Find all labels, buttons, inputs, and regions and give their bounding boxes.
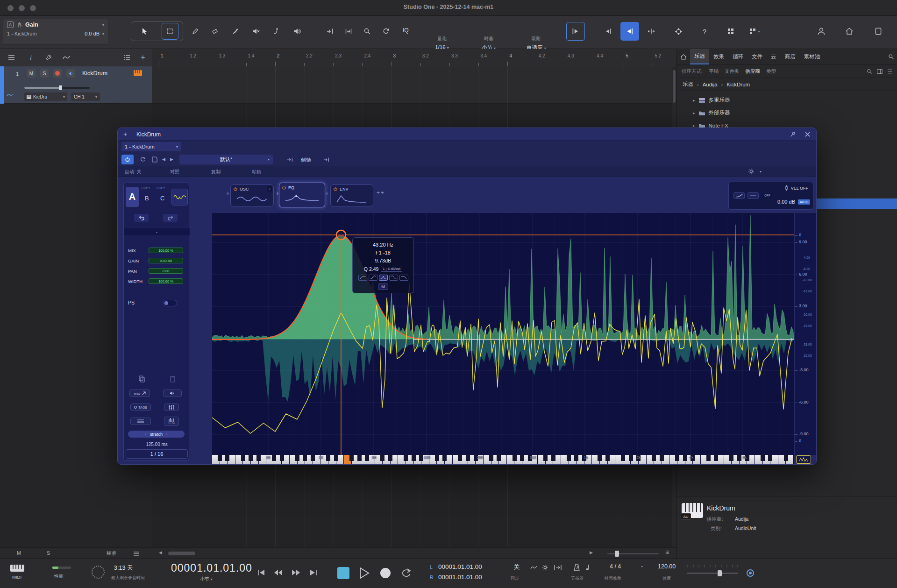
track-name[interactable]: KickDrum	[82, 70, 107, 77]
tab-cloud[interactable]: 云	[767, 50, 781, 64]
piano-key-black[interactable]	[280, 455, 284, 461]
piano-key-black[interactable]	[404, 455, 408, 461]
instrument-selector[interactable]: KicDru ▾	[24, 92, 67, 101]
filter-type-bell[interactable]	[379, 275, 388, 281]
monitor-knob[interactable]	[92, 566, 105, 579]
piano-key-black[interactable]	[225, 455, 229, 461]
piano-key-black[interactable]	[574, 455, 578, 461]
timeline-ruler[interactable]: 11.21.31.422.22.32.433.23.33.444.24.34.4…	[152, 49, 676, 66]
piano-key-black[interactable]	[218, 455, 222, 461]
spectrum-area[interactable]: 43.20 Hz F1 -18 9.73dB Q 2.49 1 | 6 dB/o…	[212, 213, 794, 455]
scrollbar-thumb[interactable]	[673, 70, 676, 103]
return-to-start-button[interactable]	[257, 569, 265, 576]
macro-slot-bar[interactable]: -	[124, 228, 190, 235]
piano-key-black[interactable]	[311, 455, 315, 461]
arrow-tool-button[interactable]	[136, 23, 153, 40]
piano-key-black[interactable]	[761, 455, 765, 461]
prev-preset-button[interactable]: ◀	[162, 157, 165, 162]
tags-button[interactable]: TAGS	[130, 404, 151, 411]
track-automation-icon[interactable]	[60, 51, 73, 64]
loc-l-time[interactable]: 00001.01.01.00	[438, 563, 482, 570]
piano-key-black[interactable]	[295, 455, 299, 461]
plugin-titlebar[interactable]: + KickDrum	[118, 128, 817, 141]
piano-keyboard[interactable]: 1632641282565121k2k4k8k	[212, 455, 794, 465]
tree-item-external[interactable]: ▸ 外部乐器	[677, 106, 897, 119]
filter-type-highshelf[interactable]	[389, 275, 398, 281]
sort-folder[interactable]: 文件夹	[725, 68, 740, 75]
global-mute-indicator[interactable]: M	[17, 550, 21, 556]
channel-selector[interactable]: CH 1 ▾	[71, 92, 100, 101]
piano-key-black[interactable]	[249, 455, 253, 461]
horizontal-scrollbar-thumb[interactable]	[168, 552, 195, 555]
copy-button[interactable]: 复制	[211, 169, 221, 175]
spectrum-display[interactable]	[212, 213, 794, 455]
breadcrumb-root[interactable]: 乐器	[683, 81, 693, 88]
piano-key-black[interactable]	[357, 455, 362, 461]
piano-key-black[interactable]	[303, 455, 307, 461]
piano-key-black[interactable]	[652, 455, 656, 461]
rewind-button[interactable]	[274, 569, 283, 576]
automation-mode-label[interactable]: 自动: 关	[125, 169, 142, 175]
tab-files[interactable]: 文件	[748, 50, 767, 64]
help-button[interactable]: ?	[696, 23, 713, 40]
filter-search-icon[interactable]	[867, 69, 872, 74]
copy-b-label[interactable]: COPY	[142, 186, 150, 190]
list-edit-button[interactable]	[130, 418, 151, 425]
next-preset-button[interactable]: ▶	[170, 157, 173, 162]
sync-value[interactable]: 关	[514, 563, 520, 571]
track-list-icon[interactable]	[121, 51, 134, 64]
scroll-right-button[interactable]: ▶	[590, 550, 593, 555]
search-icon[interactable]	[884, 50, 897, 64]
piano-key-black[interactable]	[768, 455, 772, 461]
variation-b-button[interactable]: B	[145, 195, 149, 202]
listen-tool-button[interactable]	[289, 23, 306, 40]
add-track-button[interactable]: +	[136, 51, 150, 64]
chevron-down-icon[interactable]: ▾	[760, 170, 762, 174]
compare-button[interactable]: 对照	[170, 169, 179, 175]
loc-r-time[interactable]: 00001.01.01.00	[438, 574, 482, 581]
chevron-down-icon[interactable]: ▾	[102, 32, 104, 36]
mix-value[interactable]: 100.00 %	[149, 248, 183, 253]
layout-grid-button[interactable]	[722, 23, 739, 40]
width-value[interactable]: 100.00 %	[149, 278, 183, 284]
paste-button[interactable]: 粘贴	[252, 169, 261, 175]
piano-key-black[interactable]	[466, 455, 470, 461]
piano-key-black[interactable]	[412, 455, 416, 461]
piano-key-black[interactable]	[660, 455, 664, 461]
sort-vendor[interactable]: 供应商	[745, 68, 760, 75]
track-solo-button[interactable]: S	[40, 69, 49, 78]
curve-slot-1[interactable]	[733, 192, 745, 199]
follow-playhead-button[interactable]	[340, 23, 357, 40]
stretch-mode-pill[interactable]: ‹stretch›	[128, 431, 185, 438]
paste-settings-icon[interactable]	[170, 375, 176, 383]
module-power-icon[interactable]	[233, 187, 238, 191]
plugin-settings-gear-icon[interactable]	[748, 168, 755, 175]
reload-preset-icon[interactable]	[137, 155, 148, 164]
add-module-pair-button[interactable]: ++	[377, 190, 385, 196]
sidechain-out-icon[interactable]	[323, 156, 330, 163]
layout-options-button[interactable]: ▾	[744, 23, 765, 40]
piano-key-black[interactable]	[520, 455, 524, 461]
piano-key-black[interactable]	[605, 455, 610, 461]
stop-button[interactable]	[337, 567, 349, 579]
piano-key-black[interactable]	[729, 455, 733, 461]
tab-instruments[interactable]: 乐器	[690, 49, 709, 64]
stretch-ms-value[interactable]: 125.00 ms	[124, 442, 190, 447]
piano-key-black[interactable]	[380, 455, 384, 461]
autoscroll-button[interactable]	[321, 23, 338, 40]
sidechain-in-icon[interactable]	[287, 156, 293, 163]
loop-range-button[interactable]	[643, 23, 660, 40]
copy-settings-icon[interactable]	[139, 375, 145, 383]
pan-value[interactable]: 0.00	[149, 268, 183, 274]
breadcrumb[interactable]: 乐器 › Audija › KickDrum	[677, 78, 897, 91]
performance-meter[interactable]	[52, 567, 71, 569]
module-eq-selected[interactable]: EQ	[279, 183, 325, 207]
volume-handle[interactable]	[59, 85, 62, 90]
track-mute-button[interactable]: M	[27, 69, 36, 78]
preset-selector[interactable]: 默认* ▾	[179, 155, 273, 164]
piano-key-black[interactable]	[256, 455, 261, 461]
instrument-icon[interactable]	[134, 70, 142, 76]
play-button[interactable]	[359, 567, 370, 579]
piano-key-black[interactable]	[629, 455, 633, 461]
plugin-power-button[interactable]	[121, 155, 134, 164]
